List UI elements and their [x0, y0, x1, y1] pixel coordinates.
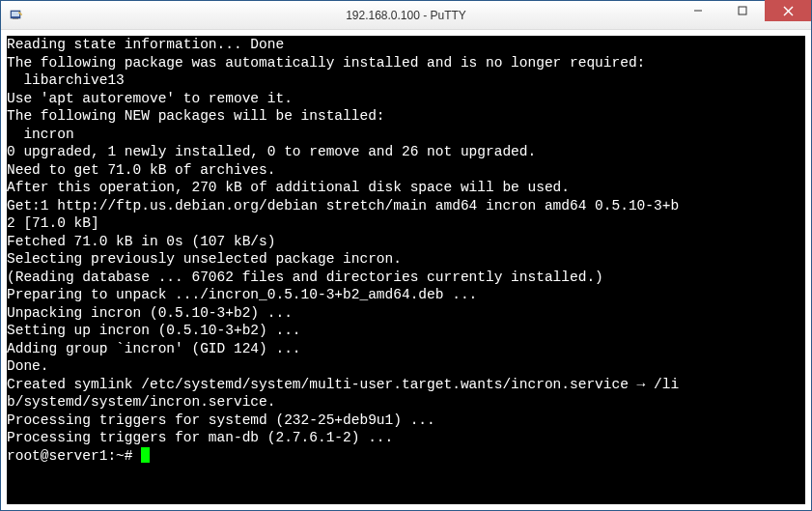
close-button[interactable] [765, 0, 811, 21]
minimize-button[interactable] [676, 0, 720, 21]
terminal-line: (Reading database ... 67062 files and di… [7, 269, 805, 287]
window-controls [676, 1, 811, 29]
terminal-line: Processing triggers for man-db (2.7.6.1-… [7, 429, 805, 447]
prompt: root@server1:~# [7, 448, 141, 464]
titlebar[interactable]: 192.168.0.100 - PuTTY [1, 1, 811, 30]
svg-rect-2 [13, 18, 18, 19]
terminal-line: Processing triggers for systemd (232-25+… [7, 412, 805, 430]
terminal-line: Use 'apt autoremove' to remove it. [7, 90, 805, 108]
terminal-prompt-line: root@server1:~# [7, 447, 805, 466]
maximize-icon [738, 6, 747, 15]
terminal-line: 2 [71.0 kB] [7, 214, 805, 233]
terminal-line: Preparing to unpack .../incron_0.5.10-3+… [7, 286, 805, 304]
terminal-line: After this operation, 270 kB of addition… [7, 179, 805, 197]
terminal-line: incron [7, 126, 805, 144]
putty-icon [9, 8, 24, 23]
terminal-line: Need to get 71.0 kB of archives. [7, 161, 805, 180]
client-area: Reading state information... DoneThe fol… [1, 30, 811, 510]
terminal-line: Created symlink /etc/systemd/system/mult… [7, 376, 805, 394]
terminal-line: 0 upgraded, 1 newly installed, 0 to remo… [7, 143, 805, 161]
svg-rect-1 [12, 12, 19, 16]
terminal-line: Setting up incron (0.5.10-3+b2) ... [7, 322, 805, 340]
minimize-icon [693, 6, 703, 15]
terminal-line: Done. [7, 357, 805, 376]
terminal-line: Reading state information... Done [7, 36, 805, 54]
terminal-line: Unpacking incron (0.5.10-3+b2) ... [7, 304, 805, 323]
terminal-line: libarchive13 [7, 71, 805, 90]
window-title: 192.168.0.100 - PuTTY [346, 9, 466, 22]
maximize-button[interactable] [720, 0, 765, 21]
terminal-line: The following package was automatically … [7, 54, 805, 72]
terminal[interactable]: Reading state information... DoneThe fol… [7, 36, 805, 504]
terminal-line: Get:1 http://ftp.us.debian.org/debian st… [7, 197, 805, 215]
terminal-line: b/systemd/system/incron.service. [7, 393, 805, 412]
svg-rect-4 [739, 7, 746, 14]
close-icon [783, 6, 794, 16]
terminal-line: The following NEW packages will be insta… [7, 107, 805, 126]
terminal-line: Fetched 71.0 kB in 0s (107 kB/s) [7, 233, 805, 251]
terminal-line: Selecting previously unselected package … [7, 250, 805, 269]
putty-window: 192.168.0.100 - PuTTY Reading state info [0, 0, 812, 511]
cursor [141, 447, 150, 463]
terminal-line: Adding group `incron' (GID 124) ... [7, 340, 805, 358]
